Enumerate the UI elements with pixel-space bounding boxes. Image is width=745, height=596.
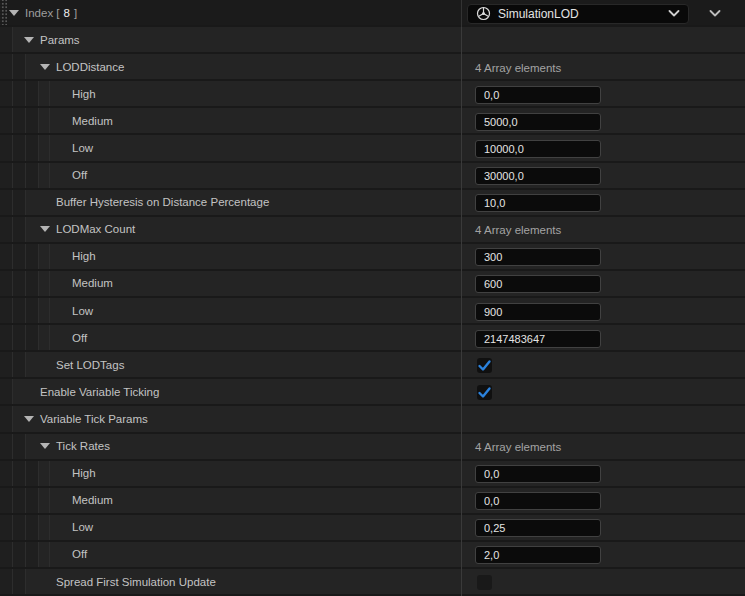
checkbox[interactable] [477,385,492,400]
property-label: LODDistance [56,61,124,73]
value-input[interactable] [475,194,601,212]
property-label: Set LODTags [56,359,124,371]
indent-guide [13,461,26,486]
simulation-lod-dropdown[interactable]: SimulationLOD [467,4,689,24]
property-value: 4 Array elements [461,434,745,461]
value-input[interactable] [475,303,601,321]
indent-guide [0,542,13,567]
indent-guide [0,81,13,106]
property-label: Medium [72,115,113,127]
property-value [461,461,745,488]
expander-arrow-icon[interactable] [40,443,56,449]
indent-guide [0,27,13,52]
indent-guide [0,298,13,323]
value-input[interactable] [475,86,601,104]
indent-guide [13,271,26,296]
property-value [461,488,745,515]
index-label-prefix: Index [ [25,7,60,19]
indent-guide [13,81,26,106]
property-value [461,379,745,406]
array-elements-count: 4 Array elements [475,62,561,74]
value-input[interactable] [475,167,601,185]
index-label-suffix: ] [74,7,77,19]
indent-guide [13,542,26,567]
indent-guide [13,217,26,242]
value-input[interactable] [475,546,601,564]
expander-arrow-icon[interactable] [40,226,56,232]
indent-guide [39,542,50,567]
indent-guide [0,406,13,431]
property-value [461,81,745,108]
property-row: LODMax Count4 Array elements [0,217,745,244]
property-label: High [72,250,96,262]
checkbox[interactable] [477,575,492,590]
property-value [461,515,745,542]
indent-guide [13,488,26,513]
property-label: Variable Tick Params [40,413,148,425]
indent-guide [0,108,13,133]
property-label: Medium [72,277,113,289]
indent-guide [13,163,26,188]
property-label: High [72,467,96,479]
indent-guide [26,108,39,133]
property-label: Low [72,305,93,317]
property-value [461,163,745,190]
drag-handle-icon[interactable] [0,0,7,25]
indent-guide [0,190,13,215]
property-label: Off [72,332,87,344]
indent-guide [39,488,50,513]
indent-guide [39,163,50,188]
array-elements-count: 4 Array elements [475,441,561,453]
indent-guide [39,461,50,486]
indent-guide [26,461,39,486]
expander-arrow-icon[interactable] [24,37,40,43]
property-label: Spread First Simulation Update [56,576,216,588]
property-row: High [0,244,745,271]
value-input[interactable] [475,248,601,266]
property-label: High [72,88,96,100]
expander-arrow-icon[interactable] [40,64,56,70]
indent-guide [39,135,50,160]
indent-guide [0,325,13,350]
value-input[interactable] [475,492,601,510]
property-label: Buffer Hysteresis on Distance Percentage [56,196,269,208]
value-input[interactable] [475,465,601,483]
checkbox[interactable] [477,358,492,373]
property-value [461,244,745,271]
indent-guide [13,190,26,215]
property-label: Off [72,548,87,560]
index-value: 8 [64,7,70,19]
chevron-down-icon [668,10,680,17]
array-entry-value: SimulationLOD [461,0,745,27]
indent-guide [26,163,39,188]
indent-guide [26,325,39,350]
property-label: Off [72,169,87,181]
property-value: 4 Array elements [461,54,745,81]
value-input[interactable] [475,113,601,131]
indent-guide [0,244,13,269]
indent-guide [0,54,13,79]
value-input[interactable] [475,275,601,293]
expander-arrow-icon[interactable] [9,10,25,16]
property-label: Params [40,34,80,46]
property-value [461,298,745,325]
property-row: Params [0,27,745,54]
indent-guide [0,135,13,160]
indent-guide [39,515,50,540]
value-input[interactable] [475,330,601,348]
element-options-chevron-button[interactable] [702,3,728,25]
indent-guide [26,271,39,296]
indent-guide [26,81,39,106]
property-row: Low [0,298,745,325]
indent-guide [13,515,26,540]
property-value [461,27,745,54]
checkmark-icon [477,385,492,400]
indent-guide [0,569,13,594]
indent-guide [26,542,39,567]
indent-guide [13,352,26,377]
value-input[interactable] [475,519,601,537]
value-input[interactable] [475,140,601,158]
property-row: Spread First Simulation Update [0,569,745,596]
expander-arrow-icon[interactable] [24,416,40,422]
property-row: Set LODTags [0,352,745,379]
